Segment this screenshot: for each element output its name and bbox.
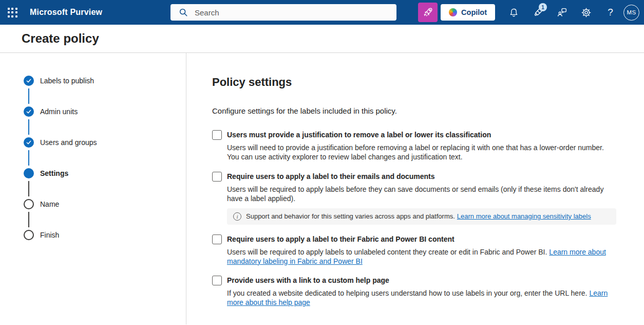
person-feedback-icon — [557, 7, 568, 18]
notifications-button[interactable] — [502, 0, 526, 25]
setting-description: If you created a website dedicated to he… — [227, 289, 616, 308]
setting-justification: Users must provide a justification to re… — [212, 130, 616, 162]
rocket-icon — [422, 7, 433, 18]
step-connector — [28, 150, 29, 166]
content: Labels to publish Admin units Users and … — [0, 53, 644, 324]
step-label: Labels to publish — [40, 77, 94, 85]
notification-badge: 1 — [539, 3, 547, 11]
search-input[interactable] — [171, 4, 396, 21]
step-upcoming-icon — [24, 230, 34, 240]
step-connector — [28, 181, 29, 196]
setting-description: Users will be required to apply labels b… — [227, 185, 616, 204]
setting-custom-help-page: Provide users with a link to a custom he… — [212, 276, 616, 308]
setting-label[interactable]: Require users to apply a label to their … — [227, 172, 435, 182]
main-panel: Policy settings Configure settings for t… — [186, 53, 644, 324]
stepper-step-admin-units[interactable]: Admin units — [24, 106, 186, 117]
setting-description-text: If you created a website dedicated to he… — [227, 289, 587, 297]
bell-icon — [508, 7, 519, 18]
setting-description: Users will be required to apply labels t… — [227, 248, 616, 266]
whats-new-button[interactable] — [418, 3, 438, 22]
app-launcher-button[interactable] — [0, 0, 25, 25]
section-subtitle: Configure settings for the labels includ… — [212, 106, 616, 115]
step-completed-icon — [24, 106, 34, 117]
topbar: Microsoft Purview Copilot — [0, 0, 644, 25]
settings-button[interactable] — [574, 0, 598, 25]
step-label: Finish — [40, 231, 59, 239]
stepper-step-name[interactable]: Name — [24, 199, 186, 209]
step-label: Admin units — [40, 107, 78, 116]
custom-help-page-checkbox[interactable] — [212, 276, 222, 285]
copilot-label: Copilot — [461, 8, 487, 16]
info-icon: i — [233, 212, 241, 221]
stepper-step-labels-to-publish[interactable]: Labels to publish — [24, 76, 186, 86]
step-upcoming-icon — [24, 199, 34, 209]
feedback-button[interactable] — [550, 0, 574, 25]
setting-label[interactable]: Require users to apply a label to their … — [227, 234, 454, 244]
search-box — [171, 4, 396, 21]
stepper-step-users-and-groups[interactable]: Users and groups — [24, 137, 186, 148]
copilot-button[interactable]: Copilot — [441, 4, 495, 21]
setting-label[interactable]: Provide users with a link to a custom he… — [227, 276, 389, 285]
gear-icon — [581, 7, 592, 18]
mandatory-labeling-checkbox[interactable] — [212, 172, 222, 182]
question-mark-icon: ? — [608, 7, 613, 18]
stepper-step-settings[interactable]: Settings — [24, 168, 186, 178]
step-label: Name — [40, 200, 59, 208]
setting-fabric-powerbi: Require users to apply a label to their … — [212, 234, 616, 266]
step-connector — [28, 119, 29, 135]
info-text: Support and behavior for this setting va… — [246, 212, 455, 220]
step-connector — [28, 212, 29, 227]
waffle-icon — [8, 8, 17, 17]
copilot-icon — [449, 8, 457, 16]
settings-list: Users must provide a justification to re… — [212, 130, 616, 308]
brand-title: Microsoft Purview — [30, 8, 102, 17]
stepper-step-finish[interactable]: Finish — [24, 230, 186, 240]
section-heading: Policy settings — [212, 76, 616, 89]
page-title: Create policy — [22, 31, 99, 46]
topbar-actions: Copilot 1 — [418, 0, 644, 25]
setting-mandatory-labeling: Require users to apply a label to their … — [212, 172, 616, 225]
step-label: Settings — [40, 169, 68, 177]
page-header: Create policy — [0, 25, 644, 53]
setting-description: Users will need to provide a justificati… — [227, 143, 616, 162]
announcements-button[interactable]: 1 — [526, 0, 550, 25]
step-completed-icon — [24, 76, 34, 86]
setting-description-text: Users will be required to apply labels t… — [227, 248, 547, 256]
wizard-stepper: Labels to publish Admin units Users and … — [0, 53, 186, 324]
step-completed-icon — [24, 137, 34, 148]
info-message-bar: i Support and behavior for this setting … — [227, 208, 616, 225]
step-connector — [28, 88, 29, 104]
help-button[interactable]: ? — [598, 0, 622, 25]
fabric-powerbi-checkbox[interactable] — [212, 234, 222, 244]
step-current-icon — [24, 168, 34, 178]
setting-label[interactable]: Users must provide a justification to re… — [227, 130, 491, 140]
step-label: Users and groups — [40, 138, 97, 147]
justification-checkbox[interactable] — [212, 130, 222, 140]
managing-sensitivity-labels-link[interactable]: Learn more about managing sensitivity la… — [457, 212, 591, 220]
account-avatar[interactable]: MS — [623, 5, 639, 21]
